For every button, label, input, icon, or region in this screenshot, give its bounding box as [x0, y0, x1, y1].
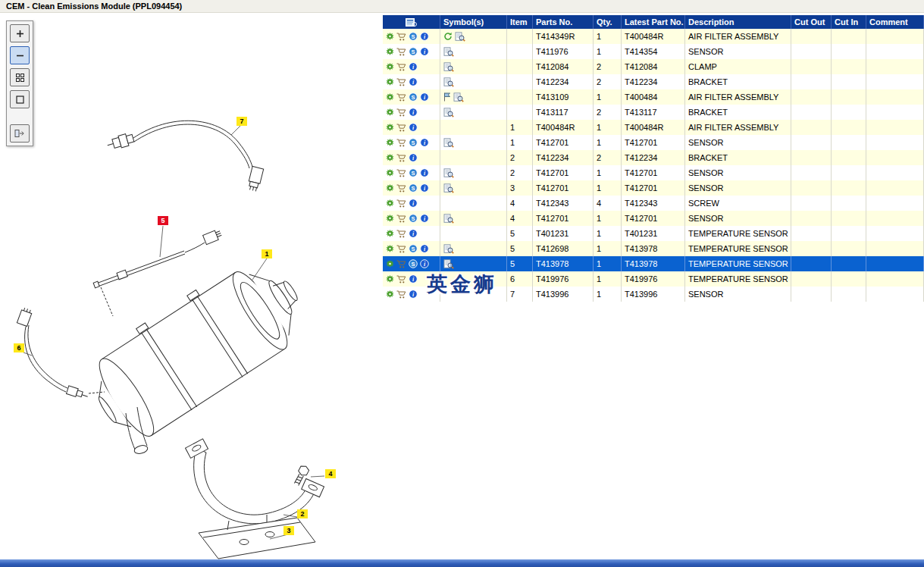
cart-icon[interactable] [396, 154, 406, 162]
cart-icon[interactable] [396, 184, 406, 193]
s-icon[interactable]: S [409, 183, 418, 193]
s-icon[interactable]: S [409, 244, 418, 253]
s-icon[interactable]: S [409, 138, 418, 147]
table-row-6[interactable]: iT4131172T413117BRACKET [383, 105, 924, 120]
gear-icon[interactable] [386, 275, 394, 284]
column-header-qty-[interactable]: Qty. [594, 15, 622, 29]
callout-4[interactable]: 4 [325, 469, 336, 478]
s-icon[interactable]: S [409, 214, 418, 223]
gear-icon[interactable] [386, 78, 394, 86]
table-row-2[interactable]: SiT4119761T414354SENSOR [383, 44, 924, 59]
zoom-doc-icon[interactable] [453, 92, 464, 102]
gear-icon[interactable] [386, 93, 394, 102]
column-header-cut-in[interactable]: Cut In [832, 15, 866, 29]
info-icon[interactable]: i [409, 290, 418, 299]
table-row-12[interactable]: i4T4123434T412343SCREW [383, 196, 924, 211]
s-icon[interactable]: S [409, 92, 418, 102]
callout-5[interactable]: 5 [158, 216, 168, 225]
info-icon[interactable]: i [409, 274, 418, 284]
s-icon[interactable]: S [409, 259, 418, 268]
cart-icon[interactable] [396, 199, 406, 208]
table-row-11[interactable]: Si3T4127011T412701SENSOR [383, 180, 924, 196]
gear-icon[interactable] [386, 245, 394, 253]
table-row-1[interactable]: SiT414349R1T400484RAIR FILTER ASSEMBLY [383, 29, 924, 44]
table-row-16[interactable]: Si5T4139781T413978TEMPERATURE SENSOR [383, 256, 924, 271]
column-header-comment[interactable]: Comment [866, 15, 924, 29]
info-icon[interactable]: i [409, 153, 418, 162]
gear-icon[interactable] [386, 139, 394, 147]
gear-icon[interactable] [386, 260, 394, 268]
info-icon[interactable]: i [420, 138, 429, 147]
table-row-5[interactable]: SiT4131091T400484AIR FILTER ASSEMBLY [383, 89, 924, 105]
s-icon[interactable]: S [409, 47, 418, 56]
gear-icon[interactable] [386, 33, 394, 41]
tile-view-button[interactable] [10, 68, 30, 86]
gear-icon[interactable] [386, 290, 394, 299]
table-row-9[interactable]: i2T4122342T412234BRACKET [383, 150, 924, 165]
table-row-4[interactable]: iT4122342T412234BRACKET [383, 74, 924, 89]
cart-icon[interactable] [396, 260, 406, 268]
zoom-doc-icon[interactable] [443, 138, 454, 148]
table-row-7[interactable]: i1T400484R1T400484RAIR FILTER ASSEMBLY [383, 120, 924, 135]
cart-icon[interactable] [396, 33, 406, 41]
cart-icon[interactable] [396, 63, 406, 71]
info-icon[interactable]: i [409, 229, 418, 238]
zoom-doc-icon[interactable] [443, 244, 454, 254]
cart-icon[interactable] [396, 78, 406, 86]
info-icon[interactable]: i [420, 32, 429, 41]
cart-icon[interactable] [396, 124, 406, 132]
gear-icon[interactable] [386, 184, 394, 193]
cart-icon[interactable] [396, 108, 406, 117]
gear-icon[interactable] [386, 215, 394, 223]
cart-icon[interactable] [396, 93, 406, 102]
zoom-doc-icon[interactable] [443, 77, 454, 87]
gear-icon[interactable] [386, 108, 394, 117]
table-row-10[interactable]: Si2T4127011T412701SENSOR [383, 165, 924, 180]
cart-icon[interactable] [396, 275, 406, 284]
cart-icon[interactable] [396, 245, 406, 253]
zoom-out-button[interactable] [10, 46, 30, 64]
window-view-button[interactable] [10, 90, 30, 108]
table-row-3[interactable]: iT4120842T412084CLAMP [383, 59, 924, 74]
s-icon[interactable]: S [409, 168, 418, 177]
zoom-doc-icon[interactable] [455, 32, 465, 42]
cart-icon[interactable] [396, 169, 406, 177]
cart-icon[interactable] [396, 215, 406, 223]
zoom-doc-icon[interactable] [443, 259, 454, 269]
zoom-doc-icon[interactable] [443, 214, 454, 224]
column-header-symbol-s-[interactable]: Symbol(s) [440, 15, 507, 29]
info-icon[interactable]: i [409, 199, 418, 208]
table-row-13[interactable]: Si4T4127011T412701SENSOR [383, 211, 924, 226]
info-icon[interactable]: i [420, 259, 429, 268]
panel-toggle-button[interactable] [10, 124, 30, 143]
table-row-8[interactable]: Si1T4127011T412701SENSOR [383, 135, 924, 150]
callout-1[interactable]: 1 [262, 249, 272, 258]
gear-icon[interactable] [386, 199, 394, 208]
callout-7[interactable]: 7 [236, 117, 247, 126]
flag-icon[interactable] [443, 92, 451, 102]
zoom-doc-icon[interactable] [443, 62, 454, 72]
info-icon[interactable]: i [409, 108, 418, 117]
gear-icon[interactable] [386, 124, 394, 132]
table-row-15[interactable]: Si5T4126981T413978TEMPERATURE SENSOR [383, 241, 924, 256]
table-row-14[interactable]: i5T4012311T401231TEMPERATURE SENSOR [383, 226, 924, 241]
info-icon[interactable]: i [420, 183, 429, 193]
callout-2[interactable]: 2 [297, 509, 308, 518]
zoom-doc-icon[interactable] [443, 108, 454, 117]
info-icon[interactable]: i [409, 123, 418, 132]
gear-icon[interactable] [386, 48, 394, 56]
column-header-cut-out[interactable]: Cut Out [791, 15, 832, 29]
gear-icon[interactable] [386, 63, 394, 71]
info-icon[interactable]: i [420, 168, 429, 177]
s-icon[interactable]: S [409, 32, 418, 41]
column-header-description[interactable]: Description [685, 15, 791, 29]
info-icon[interactable]: i [420, 214, 429, 223]
info-icon[interactable]: i [420, 244, 429, 253]
zoom-doc-icon[interactable] [443, 168, 454, 178]
cart-icon[interactable] [396, 139, 406, 147]
cart-icon[interactable] [396, 230, 406, 238]
gear-icon[interactable] [386, 169, 394, 177]
cart-icon[interactable] [396, 290, 406, 299]
gear-icon[interactable] [386, 154, 394, 162]
zoom-in-button[interactable] [10, 24, 30, 42]
